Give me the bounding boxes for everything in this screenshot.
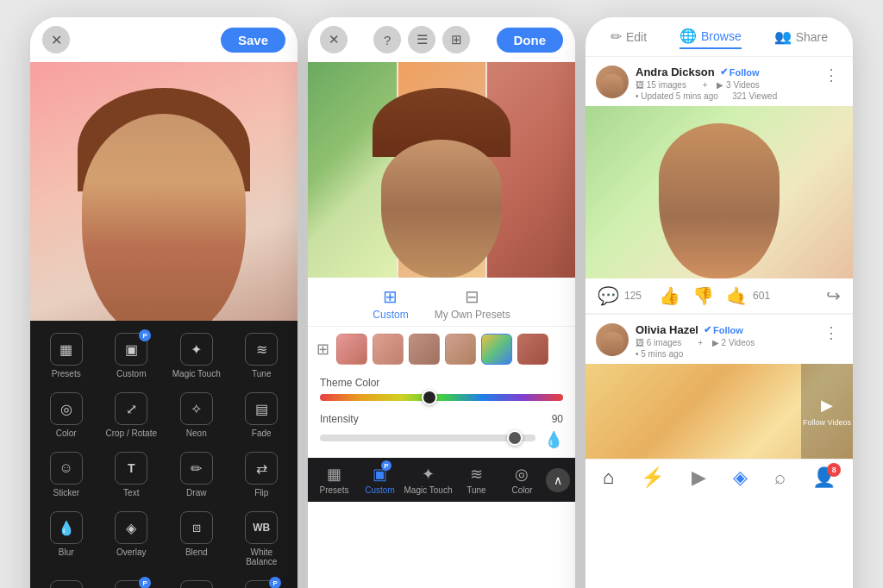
fade-icon: ▤: [245, 392, 278, 425]
tools-row-2: ◎ Color ⤢ Crop / Rotate ✧ Neon ▤ Fade: [34, 387, 294, 443]
water-drop-icon: 💧: [544, 430, 563, 449]
share-tab-label: Share: [796, 30, 828, 44]
nav-profile[interactable]: 👤 8: [812, 466, 836, 489]
nav-explore[interactable]: ◈: [733, 466, 748, 489]
intensity-track[interactable]: [320, 435, 535, 441]
user1-action-bar: 💬 125 👍 👎 🤙 601 ↪: [586, 278, 853, 314]
preset-6[interactable]: [517, 334, 548, 365]
intensity-label: Intensity: [320, 413, 359, 425]
bottom-presets-label: Presets: [320, 485, 349, 495]
user-card-1: Andra Dickson ✔ Follow 🖼 15 images + ▶ 3…: [586, 57, 853, 106]
user2-videos: ▶ 2 Videos: [712, 338, 762, 347]
browse-tab-label: Browse: [701, 29, 742, 43]
tool-curves[interactable]: ∿ Curves: [37, 575, 96, 588]
grid-view-icon[interactable]: ⊞: [316, 340, 329, 359]
tab-my-own-presets[interactable]: ⊟ My Own Presets: [435, 286, 510, 321]
expand-tools-button[interactable]: ∧: [546, 468, 570, 492]
tool-vignette[interactable]: ◉ Vignette: [167, 575, 226, 588]
like-icon[interactable]: 👍: [659, 285, 680, 306]
tool-blend[interactable]: ⧇ Blend: [167, 506, 226, 572]
bottom-tool-color[interactable]: ◎ Color: [500, 465, 543, 495]
dislike-icon[interactable]: 👎: [692, 285, 714, 306]
preset-1[interactable]: [336, 334, 367, 365]
flip-icon: ⇄: [245, 452, 278, 485]
preset-3[interactable]: [409, 334, 440, 365]
tool-fisheye[interactable]: ⦿ P Fisheye: [232, 575, 291, 588]
video-icon: ▶: [692, 466, 706, 489]
tool-white-balance[interactable]: WB White Balance: [232, 506, 291, 572]
tool-flip[interactable]: ⇄ Flip: [232, 447, 291, 503]
user2-more-button[interactable]: ⋮: [820, 323, 842, 342]
tool-color[interactable]: ◎ Color: [37, 387, 96, 443]
phone-2: ✕ ? ☰ ⊞ Done ⊞ Custom: [308, 17, 575, 588]
tab-custom[interactable]: ⊞ Custom: [373, 286, 408, 321]
intensity-row: Intensity 90: [320, 413, 563, 425]
preset-2[interactable]: [373, 334, 404, 365]
tool-overlay[interactable]: ◈ Overlay: [102, 506, 160, 572]
compare-button[interactable]: ☰: [408, 26, 435, 53]
theme-color-track[interactable]: [320, 394, 563, 401]
theme-color-thumb[interactable]: [422, 390, 437, 405]
preset-5-colorful[interactable]: [481, 334, 512, 365]
flip-label: Flip: [254, 488, 268, 497]
tool-neon[interactable]: ✧ Neon: [167, 387, 226, 443]
bottom-tool-tune[interactable]: ≋ Tune: [454, 465, 498, 495]
user2-plus: +: [698, 338, 705, 347]
crop-rotate-icon: ⤢: [115, 392, 147, 425]
underwater-badge: P: [139, 577, 151, 588]
tool-underwater[interactable]: 〰 P Underwater: [102, 575, 160, 588]
blur-icon: 💧: [50, 511, 83, 544]
user2-images: 🖼 6 images: [636, 338, 688, 347]
user1-more-button[interactable]: ⋮: [820, 66, 842, 84]
save-button[interactable]: Save: [221, 28, 285, 53]
help-button[interactable]: ?: [373, 26, 401, 53]
done-button[interactable]: Done: [497, 28, 564, 53]
tool-presets[interactable]: ▦ Presets: [37, 328, 96, 384]
bottom-color-icon: ◎: [515, 465, 529, 484]
edit-tab-icon: ✏: [611, 28, 622, 45]
preset-4[interactable]: [445, 334, 476, 365]
intensity-value: 90: [552, 413, 563, 425]
close-button[interactable]: ✕: [42, 26, 70, 53]
tool-fade[interactable]: ▤ Fade: [232, 387, 291, 443]
nav-video[interactable]: ▶: [692, 466, 706, 489]
download-button[interactable]: ⊞: [442, 26, 470, 53]
intensity-thumb[interactable]: [507, 430, 523, 446]
nav-search[interactable]: ⌕: [774, 466, 786, 489]
phone-3: ✏ Edit 🌐 Browse 👥 Share Andra Dickson: [586, 17, 853, 588]
tools-row-1: ▦ Presets ▣ P Custom ✦ Magic Touch ≋ Tun: [34, 328, 294, 384]
neon-icon: ✧: [180, 392, 213, 425]
tool-tune[interactable]: ≋ Tune: [232, 328, 291, 384]
bottom-tool-presets[interactable]: ▦ Presets: [313, 465, 356, 495]
user2-follow-button[interactable]: ✔ Follow: [704, 324, 743, 335]
tool-blur[interactable]: 💧 Blur: [37, 506, 96, 572]
bottom-tool-custom[interactable]: ▣ P Custom: [359, 465, 402, 495]
tool-sticker[interactable]: ☺ Sticker: [37, 447, 96, 503]
color-icon: ◎: [50, 392, 83, 425]
phone2-close-button[interactable]: ✕: [320, 26, 348, 53]
tool-draw[interactable]: ✏ Draw: [167, 447, 226, 503]
tool-crop-rotate[interactable]: ⤢ Crop / Rotate: [102, 387, 160, 443]
nav-activity[interactable]: ⚡: [641, 466, 664, 489]
share-tab-icon: 👥: [774, 28, 792, 45]
bottom-tool-magic-touch[interactable]: ✦ Magic Touch: [404, 465, 453, 495]
nav-home[interactable]: ⌂: [603, 466, 614, 489]
comment-icon[interactable]: 💬: [598, 285, 619, 306]
tab-share[interactable]: 👥 Share: [774, 28, 828, 48]
follow-videos-icon: ▶: [821, 396, 833, 415]
tool-custom[interactable]: ▣ P Custom: [102, 328, 160, 384]
tool-text[interactable]: T Text: [102, 447, 160, 503]
follow-videos-label[interactable]: Follow Videos: [803, 418, 851, 427]
photo2-preview: [308, 62, 575, 278]
tab-edit[interactable]: ✏ Edit: [611, 28, 647, 48]
share-icon[interactable]: ↪: [826, 285, 841, 306]
tool-magic-touch[interactable]: ✦ Magic Touch: [167, 328, 226, 384]
user1-follow-button[interactable]: ✔ Follow: [720, 66, 760, 78]
bottom-custom-icon: ▣ P: [373, 465, 387, 484]
user2-updated: • 5 mins ago: [636, 349, 813, 359]
tab-browse[interactable]: 🌐 Browse: [679, 28, 742, 49]
fisheye-icon: ⦿ P: [245, 580, 278, 588]
user1-plus: +: [703, 80, 711, 90]
bottom-custom-label: Custom: [365, 485, 394, 495]
partial-like-icon[interactable]: 🤙: [726, 285, 748, 306]
